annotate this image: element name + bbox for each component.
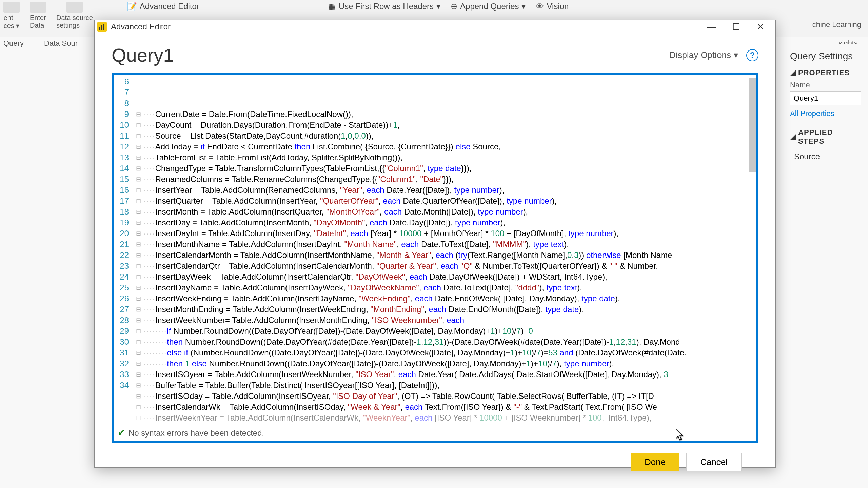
query-name-heading: Query1 bbox=[112, 44, 174, 66]
help-icon[interactable]: ? bbox=[746, 49, 758, 61]
ribbon-groups: Query Data Sour sights bbox=[0, 39, 78, 48]
app-icon bbox=[97, 22, 107, 32]
ribbon-use-first-row[interactable]: ▦ Use First Row as Headers ▾ bbox=[328, 2, 440, 11]
line-gutter: 6789101112131415161718192021222324252627… bbox=[114, 75, 133, 425]
svg-rect-1 bbox=[101, 25, 102, 30]
ribbon-btn-data-source[interactable]: Data sourcesettings bbox=[56, 2, 93, 29]
ribbon-advanced-editor[interactable]: 📝 Advanced Editor bbox=[127, 2, 199, 11]
svg-rect-0 bbox=[99, 27, 100, 30]
display-options-dropdown[interactable]: Display Options ▾ bbox=[669, 50, 738, 60]
query-name-input[interactable] bbox=[790, 92, 861, 105]
ribbon-append[interactable]: ⊕ Append Queries ▾ bbox=[451, 2, 526, 11]
advanced-editor-dialog: Advanced Editor — ☐ ✕ Query1 Display Opt… bbox=[94, 20, 776, 468]
ribbon-ml[interactable]: chine Learning bbox=[812, 20, 861, 29]
syntax-status: ✔ No syntax errors have been detected. bbox=[114, 425, 756, 441]
maximize-button[interactable]: ☐ bbox=[724, 20, 748, 34]
check-icon: ✔ bbox=[118, 428, 125, 438]
step-source[interactable]: Source bbox=[790, 149, 861, 164]
all-properties-link[interactable]: All Properties bbox=[790, 109, 861, 118]
ribbon-vision[interactable]: 👁 Vision bbox=[536, 2, 569, 11]
done-button[interactable]: Done bbox=[631, 453, 679, 471]
code-editor-frame: 6789101112131415161718192021222324252627… bbox=[112, 73, 758, 443]
svg-rect-2 bbox=[103, 24, 104, 30]
titlebar: Advanced Editor — ☐ ✕ bbox=[95, 20, 775, 34]
mouse-cursor bbox=[676, 429, 684, 441]
name-label: Name bbox=[790, 81, 861, 89]
minimize-button[interactable]: — bbox=[699, 20, 724, 34]
ribbon-btn-enter-data[interactable]: EnterData bbox=[30, 2, 46, 29]
scrollbar-vertical[interactable] bbox=[749, 78, 756, 172]
properties-header[interactable]: ◢ PROPERTIES bbox=[790, 68, 861, 77]
ribbon-btn[interactable]: entces ▾ bbox=[3, 2, 20, 30]
code-area[interactable]: ⊟····CurrentDate = Date.From(DateTime.Fi… bbox=[133, 75, 756, 425]
panel-title: Query Settings bbox=[790, 51, 861, 62]
dialog-title: Advanced Editor bbox=[111, 22, 699, 32]
query-settings-panel: Query Settings ◢ PROPERTIES Name All Pro… bbox=[783, 44, 868, 171]
close-button[interactable]: ✕ bbox=[748, 20, 773, 34]
code-editor[interactable]: 6789101112131415161718192021222324252627… bbox=[114, 75, 756, 425]
applied-steps-header[interactable]: ◢ APPLIED STEPS bbox=[790, 128, 861, 146]
cancel-button[interactable]: Cancel bbox=[686, 453, 742, 471]
